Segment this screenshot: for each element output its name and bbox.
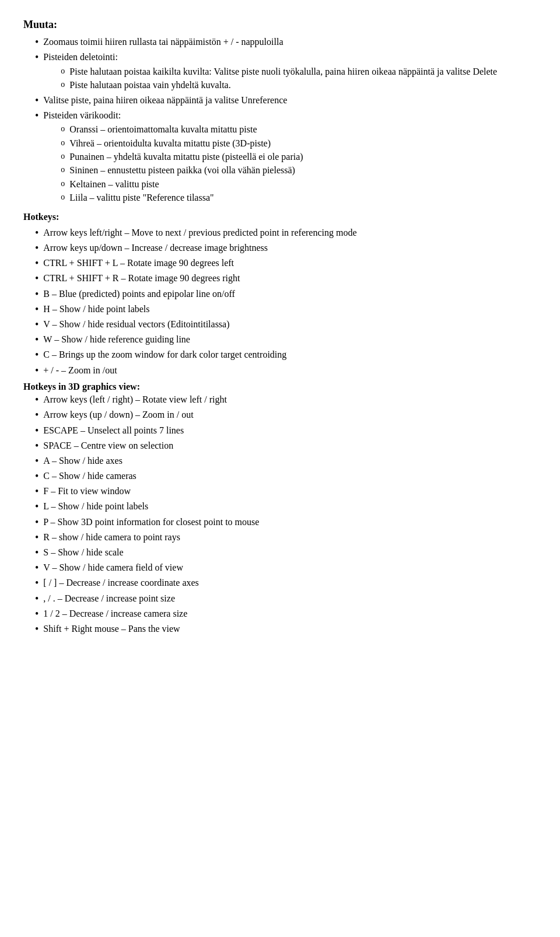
hotkey-3d-13-text: [ / ] – Decrease / increase coordinate a…	[43, 576, 199, 589]
intro-item-4-container: Pisteiden värikoodit: Oranssi – orientoi…	[43, 109, 303, 205]
hotkey-3d-8-text: L – Show / hide point labels	[43, 500, 148, 513]
intro-item-2: Pisteiden deletointi: Piste halutaan poi…	[35, 51, 537, 92]
hotkey-3d-5-text: A – Show / hide axes	[43, 454, 123, 467]
main-title: Muuta:	[23, 18, 537, 32]
hotkey-item-9: C – Brings up the zoom window for dark c…	[35, 348, 537, 362]
color-liila: Liila – valittu piste "Reference tilassa…	[61, 191, 303, 204]
hotkeys-list: Arrow keys left/right – Move to next / p…	[23, 226, 537, 378]
hotkey-3d-4: SPACE – Centre view on selection	[35, 439, 537, 453]
hotkey-3d-13: [ / ] – Decrease / increase coordinate a…	[35, 576, 537, 590]
intro-item-4: Pisteiden värikoodit: Oranssi – orientoi…	[35, 109, 537, 205]
hotkey-3d-9: P – Show 3D point information for closes…	[35, 516, 537, 530]
hotkey-3d-2-text: Arrow keys (up / down) – Zoom in / out	[43, 408, 193, 421]
hotkey-8-text: W – Show / hide reference guiding line	[43, 333, 190, 346]
hotkey-5-text: B – Blue (predicted) points and epipolar…	[43, 288, 235, 300]
hotkey-3d-3-text: ESCAPE – Unselect all points 7 lines	[43, 424, 184, 437]
hotkey-item-10: + / - – Zoom in /out	[35, 364, 537, 378]
hotkey-3d-1: Arrow keys (left / right) – Rotate view …	[35, 393, 537, 407]
hotkey-item-4: CTRL + SHIFT + R – Rotate image 90 degre…	[35, 272, 537, 286]
hotkey-item-6: H – Show / hide point labels	[35, 303, 537, 317]
hotkey-item-7: V – Show / hide residual vectors (Editoi…	[35, 318, 537, 332]
hotkeys-3d-label: Hotkeys in 3D graphics view:	[23, 382, 140, 391]
hotkeys-title: Hotkeys:	[23, 211, 537, 223]
hotkey-3d-14: , / . – Decrease / increase point size	[35, 592, 537, 606]
hotkey-6-text: H – Show / hide point labels	[43, 303, 149, 316]
hotkey-item-2: Arrow keys up/down – Increase / decrease…	[35, 242, 537, 256]
hotkey-3d-9-text: P – Show 3D point information for closes…	[43, 516, 259, 529]
hotkey-item-1: Arrow keys left/right – Move to next / p…	[35, 226, 537, 240]
hotkey-3d-7: F – Fit to view window	[35, 485, 537, 499]
color-keltainen: Keltainen – valittu piste	[61, 178, 303, 191]
color-codes-list: Oranssi – orientoimattomalta kuvalta mit…	[43, 123, 303, 204]
hotkey-3d-6: C – Show / hide cameras	[35, 470, 537, 484]
sub-item-1: Piste halutaan poistaa kaikilta kuvilta:…	[61, 65, 497, 78]
intro-item-1: Zoomaus toimii hiiren rullasta tai näppä…	[35, 36, 537, 50]
hotkey-3d-11: S – Show / hide scale	[35, 546, 537, 560]
color-punainen-text: Punainen – yhdeltä kuvalta mitattu piste…	[69, 151, 303, 163]
hotkey-3d-1-text: Arrow keys (left / right) – Rotate view …	[43, 393, 227, 406]
hotkey-3d-15-text: 1 / 2 – Decrease / increase camera size	[43, 607, 187, 620]
hotkey-7-text: V – Show / hide residual vectors (Editoi…	[43, 318, 229, 331]
hotkey-3d-4-text: SPACE – Centre view on selection	[43, 439, 173, 452]
color-oranssi-text: Oranssi – orientoimattomalta kuvalta mit…	[69, 123, 257, 136]
page-content: Muuta: Zoomaus toimii hiiren rullasta ta…	[23, 18, 537, 637]
color-punainen: Punainen – yhdeltä kuvalta mitattu piste…	[61, 151, 303, 163]
color-sininen: Sininen – ennustettu pisteen paikka (voi…	[61, 164, 303, 177]
hotkey-3d-7-text: F – Fit to view window	[43, 485, 131, 498]
hotkey-3d-16: Shift + Right mouse – Pans the view	[35, 623, 537, 637]
intro-item-3-text: Valitse piste, paina hiiren oikeaa näppä…	[43, 94, 287, 107]
hotkey-3d-12: V – Show / hide camera field of view	[35, 561, 537, 575]
hotkey-3d-14-text: , / . – Decrease / increase point size	[43, 592, 175, 605]
intro-item-2-text: Pisteiden deletointi:	[43, 52, 118, 62]
hotkey-3d-15: 1 / 2 – Decrease / increase camera size	[35, 607, 537, 621]
color-keltainen-text: Keltainen – valittu piste	[69, 178, 159, 191]
hotkey-3d-10-text: R – show / hide camera to point rays	[43, 531, 180, 544]
hotkey-3d-10: R – show / hide camera to point rays	[35, 531, 537, 545]
hotkey-item-8: W – Show / hide reference guiding line	[35, 333, 537, 347]
intro-item-2-container: Pisteiden deletointi: Piste halutaan poi…	[43, 51, 497, 92]
hotkey-2-text: Arrow keys up/down – Increase / decrease…	[43, 242, 268, 254]
hotkeys-3d-list: Arrow keys (left / right) – Rotate view …	[23, 393, 537, 637]
hotkey-3d-16-text: Shift + Right mouse – Pans the view	[43, 623, 180, 635]
hotkey-item-5: B – Blue (predicted) points and epipolar…	[35, 288, 537, 302]
hotkey-1-text: Arrow keys left/right – Move to next / p…	[43, 226, 356, 239]
intro-list: Zoomaus toimii hiiren rullasta tai näppä…	[23, 36, 537, 205]
color-liila-text: Liila – valittu piste "Reference tilassa…	[69, 191, 214, 204]
color-codes-intro-text: Pisteiden värikoodit:	[43, 110, 121, 120]
hotkeys-label-text: Hotkeys:	[23, 212, 59, 222]
color-oranssi: Oranssi – orientoimattomalta kuvalta mit…	[61, 123, 303, 136]
hotkey-3d-3: ESCAPE – Unselect all points 7 lines	[35, 424, 537, 438]
sub-item-1-text: Piste halutaan poistaa kaikilta kuvilta:…	[69, 65, 497, 78]
hotkey-3d-11-text: S – Show / hide scale	[43, 546, 123, 559]
hotkey-9-text: C – Brings up the zoom window for dark c…	[43, 348, 286, 361]
intro-item-3: Valitse piste, paina hiiren oikeaa näppä…	[35, 94, 537, 108]
sub-item-2: Piste halutaan poistaa vain yhdeltä kuva…	[61, 79, 497, 92]
deletointi-sub-list: Piste halutaan poistaa kaikilta kuvilta:…	[43, 65, 497, 92]
sub-item-2-text: Piste halutaan poistaa vain yhdeltä kuva…	[69, 79, 230, 92]
intro-item-1-text: Zoomaus toimii hiiren rullasta tai näppä…	[43, 36, 283, 48]
hotkey-3d-8: L – Show / hide point labels	[35, 500, 537, 514]
hotkey-4-text: CTRL + SHIFT + R – Rotate image 90 degre…	[43, 272, 240, 285]
color-vihrea-text: Vihreä – orientoidulta kuvalta mitattu p…	[69, 137, 271, 150]
hotkey-3d-6-text: C – Show / hide cameras	[43, 470, 136, 483]
hotkey-3d-12-text: V – Show / hide camera field of view	[43, 561, 183, 574]
hotkey-item-3: CTRL + SHIFT + L – Rotate image 90 degre…	[35, 257, 537, 271]
hotkey-3d-5: A – Show / hide axes	[35, 454, 537, 468]
hotkey-3d-2: Arrow keys (up / down) – Zoom in / out	[35, 408, 537, 422]
hotkey-10-text: + / - – Zoom in /out	[43, 364, 117, 377]
color-vihrea: Vihreä – orientoidulta kuvalta mitattu p…	[61, 137, 303, 150]
hotkeys-3d-section: Hotkeys in 3D graphics view:	[23, 380, 537, 393]
color-sininen-text: Sininen – ennustettu pisteen paikka (voi…	[69, 164, 295, 177]
hotkey-3-text: CTRL + SHIFT + L – Rotate image 90 degre…	[43, 257, 234, 270]
